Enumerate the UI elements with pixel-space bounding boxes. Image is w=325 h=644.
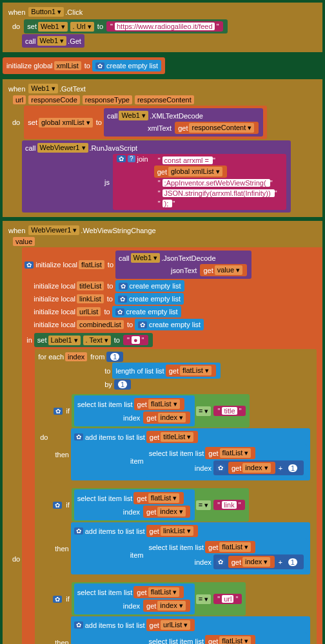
gf3b[interactable]: getflatList ▾ xyxy=(205,635,255,644)
ddi1b[interactable]: index ▾ xyxy=(242,463,270,473)
ddi1[interactable]: index ▾ xyxy=(158,413,186,422)
set-web1-url[interactable]: set Web1 ▾ . Url ▾ to " https://www.radi… xyxy=(24,19,227,33)
ddt1[interactable]: titleList ▾ xyxy=(161,432,193,442)
dd-label1[interactable]: Label1 ▾ xyxy=(48,336,81,345)
eq-title[interactable]: select list item listgetflatList ▾ index… xyxy=(72,394,250,428)
get-urllist-3[interactable]: geturlList ▾ xyxy=(146,619,195,631)
gear-if2[interactable]: ✿ xyxy=(53,502,62,509)
gear-c1[interactable]: ✿ xyxy=(119,283,128,290)
dd-text-prop[interactable]: . Text ▾ xyxy=(83,336,111,345)
init-local-block[interactable]: ✿ initialize local flatList to callWeb1 … xyxy=(22,247,322,644)
ddf2[interactable]: flatList ▾ xyxy=(148,493,180,503)
set-label1-text[interactable]: set Label1 ▾ . Text ▾ to " ● " xyxy=(34,333,153,347)
ddf1[interactable]: flatList ▾ xyxy=(148,399,180,409)
gear-icon-2[interactable]: ✿ xyxy=(117,155,126,162)
add-titlelist[interactable]: ✿add items to list listgettitleList ▾ it… xyxy=(71,428,310,480)
gear-c3[interactable]: ✿ xyxy=(115,308,124,316)
sel-flat-1[interactable]: select list item listgetflatList ▾ index… xyxy=(74,395,195,426)
init-global-xmllist[interactable]: initialize global xmlList to ✿ create em… xyxy=(3,57,165,74)
ddi2b[interactable]: index ▾ xyxy=(242,557,270,567)
text-bullet[interactable]: " ● " xyxy=(123,335,148,345)
var-urllist[interactable]: urlList xyxy=(77,307,101,316)
get-flat-1[interactable]: getflatList ▾ xyxy=(134,398,184,410)
sel-flat-2[interactable]: select list item listgetflatList ▾ index… xyxy=(74,489,195,520)
if-link[interactable]: ✿if select list item listgetflatList ▾ i… xyxy=(50,486,313,577)
gear-a3[interactable]: ✿ xyxy=(74,621,83,629)
join-block[interactable]: ✿ ? join " const arrxml = " getglobal xm… xyxy=(113,154,286,210)
dd-web1-d[interactable]: Web1 ▾ xyxy=(119,111,148,120)
sel-flat-3b[interactable]: select list item listgetflatList ▾ index… xyxy=(145,632,307,644)
num-1d[interactable]: 1 xyxy=(284,557,301,567)
add-linklist[interactable]: ✿add items to list listgetlinkList ▾ ite… xyxy=(71,522,310,574)
gf2[interactable]: getflatList ▾ xyxy=(133,492,184,504)
eq-link[interactable]: select list item listgetflatList ▾ index… xyxy=(72,488,249,522)
dd-url-prop[interactable]: . Url ▾ xyxy=(70,22,94,32)
gf3[interactable]: getflatList ▾ xyxy=(133,586,184,598)
gear-m2[interactable]: ✿ xyxy=(216,558,225,565)
text-title[interactable]: " title " xyxy=(213,406,245,416)
ddf2b[interactable]: flatList ▾ xyxy=(219,542,251,552)
dd-value[interactable]: value ▾ xyxy=(215,265,242,275)
dd-flat-a[interactable]: flatList ▾ xyxy=(180,366,212,375)
dd-web1-e[interactable]: Web1 ▾ xyxy=(131,253,161,263)
ddi2[interactable]: index ▾ xyxy=(157,507,185,516)
get-flat-1b[interactable]: getflatList ▾ xyxy=(205,447,255,459)
get-linklist-2[interactable]: getlinkList ▾ xyxy=(146,525,198,537)
gear-if1[interactable]: ✿ xyxy=(54,408,63,415)
gear-icon-3[interactable]: ✿ xyxy=(25,261,34,269)
var-combinedlist[interactable]: combinedList xyxy=(77,320,124,329)
num-one-a[interactable]: 1 xyxy=(106,352,123,362)
sel-flat-1b[interactable]: select list item listgetflatList ▾ index… xyxy=(146,444,308,478)
gear-m1[interactable]: ✿ xyxy=(216,464,225,471)
math-plus-1[interactable]: ✿getindex ▾+1 xyxy=(213,460,304,475)
if-title[interactable]: ✿if select list item listgetflatList ▾ i… xyxy=(50,392,314,483)
dd-web1[interactable]: Web1 ▾ xyxy=(38,22,68,32)
ddf1b[interactable]: flatList ▾ xyxy=(220,448,251,458)
set-global-xmllist[interactable]: set global xmlList ▾ to call Web1 ▾ .XML… xyxy=(24,106,267,139)
var-flatlist[interactable]: flatList xyxy=(79,260,104,269)
sel-flat-3[interactable]: select list item listgetflatList ▾ index… xyxy=(74,583,195,614)
event-button1-click[interactable]: when Button1 ▾ .Click do set Web1 ▾ . Ur… xyxy=(3,3,322,52)
ddf3b[interactable]: flatList ▾ xyxy=(219,636,251,644)
get-value[interactable]: getvalue ▾ xyxy=(200,264,247,276)
ddl2[interactable]: linkList ▾ xyxy=(161,526,193,536)
add-urllist[interactable]: ✿add items to list listgeturlList ▾ item… xyxy=(71,616,310,644)
gi2[interactable]: getindex ▾ xyxy=(143,506,190,518)
event-web1-gottext[interactable]: when Web1 ▾ .GotText url responseCode re… xyxy=(3,79,322,217)
call-xmltextdecode[interactable]: call Web1 ▾ .XMLTextDecode xmlText get r… xyxy=(104,108,263,137)
join-seg-1[interactable]: " const arrxml = " xyxy=(154,155,219,166)
dd-web1-b[interactable]: Web1 ▾ xyxy=(37,36,67,46)
call-runjavascript[interactable]: call WebViewer1 ▾ .RunJavaScript js ✿ ? … xyxy=(22,140,291,213)
cel-3[interactable]: ✿create empty list xyxy=(112,306,181,317)
join-seg-4[interactable]: " JSON.stringify(arrxml.flat(Infinity)) … xyxy=(154,188,281,198)
event-webviewstringchange[interactable]: when WebViewer1 ▾ .WebViewStringChange v… xyxy=(3,221,322,644)
for-each-index[interactable]: for eachindexfrom1 tolength of list list… xyxy=(35,349,317,644)
var-titlelist[interactable]: titleList xyxy=(77,281,104,290)
create-empty-list[interactable]: ✿ create empty list xyxy=(92,60,161,71)
get-idx-1b[interactable]: getindex ▾ xyxy=(228,462,275,474)
join-seg-3[interactable]: " ;AppInventor.setWebViewString( " xyxy=(154,178,277,188)
gf2b[interactable]: getflatList ▾ xyxy=(205,541,255,553)
dd-webviewer1[interactable]: WebViewer1 ▾ xyxy=(37,143,88,153)
text-link[interactable]: " link " xyxy=(213,500,244,510)
num-one-b[interactable]: 1 xyxy=(114,379,131,390)
get-titlelist-1[interactable]: gettitleList ▾ xyxy=(146,431,199,443)
get-idx-1[interactable]: getindex ▾ xyxy=(143,412,190,424)
eq-op-2[interactable]: = ▾ xyxy=(196,500,211,510)
eq-op-1[interactable]: = ▾ xyxy=(196,406,211,416)
get-flatlist-a[interactable]: getflatList ▾ xyxy=(166,365,216,377)
dd-webviewer1-b[interactable]: WebViewer1 ▾ xyxy=(28,225,79,235)
dd-button1[interactable]: Button1 ▾ xyxy=(28,7,64,17)
eq-url[interactable]: select list item listgetflatList ▾ index… xyxy=(72,582,246,616)
get-global-xmllist[interactable]: getglobal xmlList ▾ xyxy=(154,166,227,178)
var-index[interactable]: index xyxy=(65,352,87,361)
gear-c2[interactable]: ✿ xyxy=(118,296,127,303)
cel-1[interactable]: ✿create empty list xyxy=(115,280,184,292)
call-web1-get[interactable]: call Web1 ▾ .Get xyxy=(22,34,84,48)
gear-a2[interactable]: ✿ xyxy=(74,527,83,535)
ddf3[interactable]: flatList ▾ xyxy=(148,587,180,597)
dd-responsecontent[interactable]: responseContent ▾ xyxy=(189,123,254,133)
math-plus-2[interactable]: ✿getindex ▾+1 xyxy=(213,554,304,569)
join-seg-5[interactable]: " ); " xyxy=(154,198,179,209)
gi3[interactable]: getindex ▾ xyxy=(143,600,190,612)
